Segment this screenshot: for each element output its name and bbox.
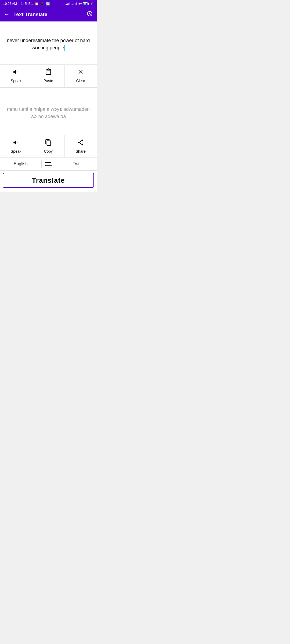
clear-input-button[interactable]: Clear	[65, 65, 97, 87]
back-button[interactable]: ←	[4, 11, 10, 18]
text-cursor	[64, 45, 65, 51]
paste-input-icon	[45, 68, 52, 77]
speak-input-label: Speak	[11, 79, 21, 83]
status-right: ⚡	[65, 2, 93, 6]
whatsapp-icon: 📱	[40, 2, 44, 6]
copy-output-label: Copy	[44, 149, 53, 153]
input-section: never underestimate the power of hard wo…	[0, 21, 97, 87]
language-bar: English Twi	[0, 157, 97, 171]
battery-indicator	[83, 2, 89, 5]
network-speed: |	[19, 2, 19, 6]
swap-languages-button[interactable]	[42, 161, 55, 167]
translate-button-wrapper: Translate	[0, 171, 97, 192]
input-text-area[interactable]: never underestimate the power of hard wo…	[0, 21, 97, 64]
target-language-label: Twi	[73, 162, 79, 166]
input-actions-row: Speak Paste Clear	[0, 64, 97, 87]
input-text: never underestimate the power of hard wo…	[5, 37, 91, 52]
output-text: mmu tumi a nnipa a wɔyɛ adwumaden wɔ no …	[4, 106, 92, 120]
history-button[interactable]	[86, 10, 93, 19]
share-output-icon	[77, 139, 84, 148]
share-output-label: Share	[76, 149, 86, 153]
network-speed-value: 145KB/s	[21, 2, 33, 6]
app-header: ← Text Translate	[0, 8, 97, 21]
signal-bars-2	[71, 2, 77, 5]
speak-input-button[interactable]: Speak	[0, 65, 32, 87]
share-output-button[interactable]: Share	[65, 135, 97, 157]
output-text-area: mmu tumi a nnipa a wɔyɛ adwumaden wɔ no …	[0, 88, 97, 135]
signal-bars-1	[65, 2, 70, 5]
source-language-label: English	[14, 162, 28, 166]
alarm-icon: ⏰	[35, 2, 39, 6]
charging-icon: ⚡	[90, 2, 93, 5]
wifi-icon	[78, 2, 82, 6]
translate-button[interactable]: Translate	[3, 173, 94, 188]
speak-output-button[interactable]: Speak	[0, 135, 32, 157]
speak-output-icon	[13, 139, 20, 148]
copy-output-icon	[45, 139, 52, 148]
page-title: Text Translate	[13, 12, 86, 17]
output-actions-row: Speak Copy Share	[0, 135, 97, 157]
speak-output-label: Speak	[11, 149, 21, 153]
copy-output-button[interactable]: Copy	[32, 135, 64, 157]
paste-input-label: Paste	[44, 79, 53, 83]
clear-input-label: Clear	[76, 79, 85, 83]
output-section: mmu tumi a nnipa a wɔyɛ adwumaden wɔ no …	[0, 87, 97, 157]
speak-input-icon	[13, 68, 20, 77]
sync-icon: 🔄	[46, 2, 50, 6]
status-bar: 10:05 AM | 145KB/s ⏰ 📱 🔄	[0, 0, 97, 8]
target-language-button[interactable]: Twi	[55, 158, 97, 170]
time-display: 10:05 AM	[3, 2, 17, 6]
status-left: 10:05 AM | 145KB/s ⏰ 📱 🔄	[3, 2, 50, 6]
clear-input-icon	[77, 68, 84, 77]
paste-input-button[interactable]: Paste	[32, 65, 64, 87]
source-language-button[interactable]: English	[0, 158, 41, 170]
